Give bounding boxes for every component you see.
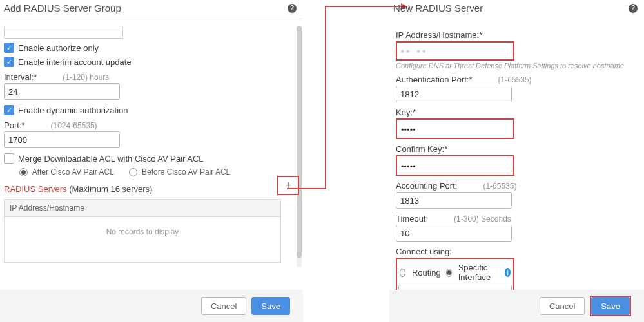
acct-port-input[interactable] <box>396 192 512 209</box>
after-acl-radio[interactable] <box>19 168 28 176</box>
cancel-button[interactable]: Cancel <box>201 297 246 315</box>
interval-hint: (1-120) hours <box>63 73 109 82</box>
servers-table: IP Address/Hostname No records to displa… <box>4 199 281 263</box>
help-icon[interactable]: ? <box>629 4 638 13</box>
auth-port-input[interactable] <box>396 86 512 102</box>
dynamic-auth-checkbox[interactable]: ✓ <box>4 105 14 115</box>
add-server-button[interactable]: + <box>277 176 299 195</box>
connect-using-label: Connect using: <box>396 247 638 256</box>
info-icon[interactable]: i <box>505 268 511 277</box>
before-acl-label: Before Cisco AV Pair ACL <box>142 167 230 176</box>
name-input-stub[interactable] <box>4 26 123 39</box>
timeout-input[interactable] <box>396 225 512 242</box>
port-hint: (1024-65535) <box>51 121 97 130</box>
page-title-right: New RADIUS Server <box>393 3 483 14</box>
merge-acl-label: Merge Downloadable ACL with Cisco AV Pai… <box>18 154 204 164</box>
key-label: Key:* <box>396 108 638 117</box>
cancel-button[interactable]: Cancel <box>540 297 585 315</box>
after-acl-label: After Cisco AV Pair ACL <box>32 167 114 176</box>
ip-input[interactable]: ▪▪ ▪▪ <box>397 43 513 59</box>
port-input[interactable] <box>4 131 120 148</box>
auth-port-hint: (1-65535) <box>498 75 532 84</box>
confirm-key-input[interactable] <box>397 158 513 175</box>
interval-label: Interval:* <box>4 72 37 82</box>
routing-radio[interactable] <box>400 269 405 277</box>
before-acl-radio[interactable] <box>129 168 137 176</box>
table-empty-message: No records to display <box>5 217 280 262</box>
dynamic-auth-label: Enable dynamic authorization <box>18 106 128 115</box>
interim-update-label: Enable interim account update <box>18 57 132 67</box>
interval-input[interactable] <box>4 83 120 100</box>
confirm-key-label: Confirm Key:* <box>396 144 638 154</box>
radius-servers-max: (Maximum 16 servers) <box>69 184 152 194</box>
acct-port-hint: (1-65535) <box>483 182 516 191</box>
key-input[interactable] <box>397 121 513 138</box>
authorize-only-label: Enable authorize only <box>18 43 99 53</box>
save-button[interactable]: Save <box>251 297 290 315</box>
ip-label: IP Address/Hostname:* <box>396 30 638 40</box>
routing-label: Routing <box>412 268 441 278</box>
help-icon[interactable]: ? <box>288 4 297 13</box>
page-title-left: Add RADIUS Server Group <box>4 3 121 14</box>
authorize-only-checkbox[interactable]: ✓ <box>4 43 14 53</box>
timeout-hint: (1-300) Seconds <box>454 214 511 223</box>
merge-acl-checkbox[interactable]: ✓ <box>4 153 14 164</box>
timeout-label: Timeout: <box>396 214 428 223</box>
dns-hint: Configure DNS at Threat Defense Platform… <box>396 62 638 70</box>
save-button[interactable]: Save <box>591 297 630 315</box>
port-label: Port:* <box>4 120 25 130</box>
specific-interface-radio[interactable] <box>446 269 452 277</box>
interim-update-checkbox[interactable]: ✓ <box>4 57 14 67</box>
acct-port-label: Accounting Port: <box>396 181 457 191</box>
auth-port-label: Authentication Port:* <box>396 75 473 84</box>
specific-interface-label: Specific Interface <box>458 263 499 282</box>
table-header-ip: IP Address/Hostname <box>5 200 280 217</box>
radius-servers-title: RADIUS Servers <box>4 184 67 194</box>
